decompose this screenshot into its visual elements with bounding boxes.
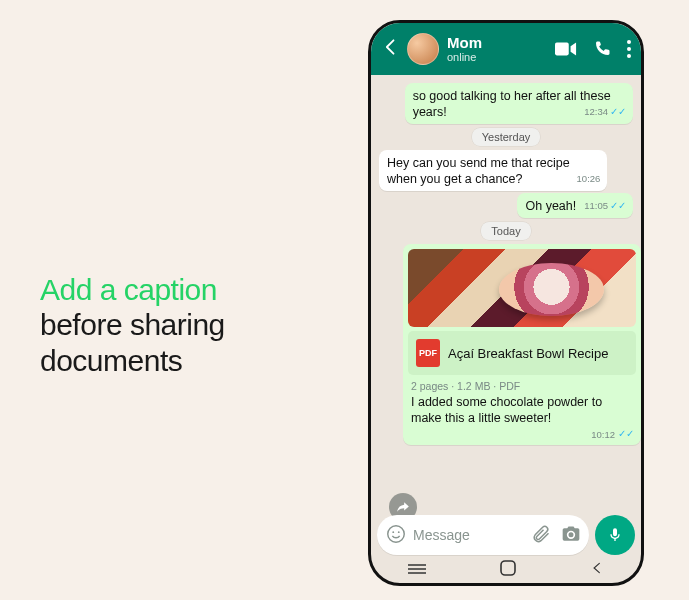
document-caption: I added some chocolate powder to make th…: [411, 394, 633, 427]
document-info: 2 pages · 1.2 MB · PDF: [411, 380, 633, 392]
contact-avatar[interactable]: [407, 33, 439, 65]
phone-frame: Mom online so good talking to her after …: [368, 20, 644, 586]
read-ticks-icon: ✓✓: [610, 201, 626, 211]
more-menu-icon[interactable]: [627, 40, 631, 58]
camera-icon[interactable]: [561, 524, 581, 547]
svg-point-2: [627, 47, 631, 51]
read-ticks-icon: ✓✓: [610, 107, 626, 117]
headline-line: before sharing: [40, 308, 225, 341]
headline-line: documents: [40, 344, 182, 377]
headline-accent: Add a caption: [40, 273, 217, 306]
svg-point-6: [398, 531, 400, 533]
document-file-row[interactable]: PDF Açaí Breakfast Bowl Recipe: [408, 331, 636, 375]
svg-point-5: [392, 531, 394, 533]
svg-point-1: [627, 40, 631, 44]
document-preview-image: [408, 249, 636, 327]
message-time: 10:26: [577, 173, 601, 185]
message-time: 12:34: [584, 106, 608, 118]
message-text: Oh yeah!: [525, 199, 576, 213]
date-separator: Yesterday: [472, 128, 541, 146]
read-ticks-icon: ✓✓: [618, 429, 634, 439]
attachment-icon[interactable]: [531, 524, 551, 547]
chat-thread: so good talking to her after all these y…: [371, 75, 641, 527]
message-text: Hey can you send me that recipe when you…: [387, 156, 570, 186]
message-time: 10:12: [591, 429, 615, 440]
voice-call-icon[interactable]: [593, 40, 611, 58]
message-sent[interactable]: Oh yeah! 11:05✓✓: [379, 193, 633, 218]
message-placeholder: Message: [413, 527, 531, 543]
back-arrow-icon[interactable]: [381, 37, 401, 61]
svg-rect-10: [501, 561, 515, 575]
nav-back-icon[interactable]: [590, 561, 604, 579]
svg-rect-0: [555, 43, 569, 56]
message-received[interactable]: Hey can you send me that recipe when you…: [379, 150, 633, 191]
emoji-icon[interactable]: [385, 523, 407, 548]
contact-status: online: [447, 51, 482, 63]
promo-headline: Add a caption before sharing documents: [40, 272, 225, 378]
contact-info[interactable]: Mom online: [447, 35, 482, 64]
contact-name: Mom: [447, 35, 482, 52]
recents-icon[interactable]: [408, 561, 426, 579]
mic-button[interactable]: [595, 515, 635, 555]
android-navbar: [371, 557, 641, 583]
video-call-icon[interactable]: [555, 41, 577, 57]
svg-point-4: [388, 525, 405, 542]
svg-point-3: [627, 54, 631, 58]
chat-header: Mom online: [371, 23, 641, 75]
message-sent[interactable]: so good talking to her after all these y…: [379, 83, 633, 124]
date-separator: Today: [481, 222, 530, 240]
message-text: so good talking to her after all these y…: [413, 89, 611, 119]
message-time: 11:05: [584, 200, 608, 212]
pdf-icon: PDF: [416, 339, 440, 367]
composer: Message: [371, 515, 641, 555]
message-input[interactable]: Message: [377, 515, 589, 555]
document-message[interactable]: PDF Açaí Breakfast Bowl Recipe 2 pages ·…: [403, 244, 641, 445]
document-title: Açaí Breakfast Bowl Recipe: [448, 346, 608, 361]
home-icon[interactable]: [500, 560, 516, 580]
